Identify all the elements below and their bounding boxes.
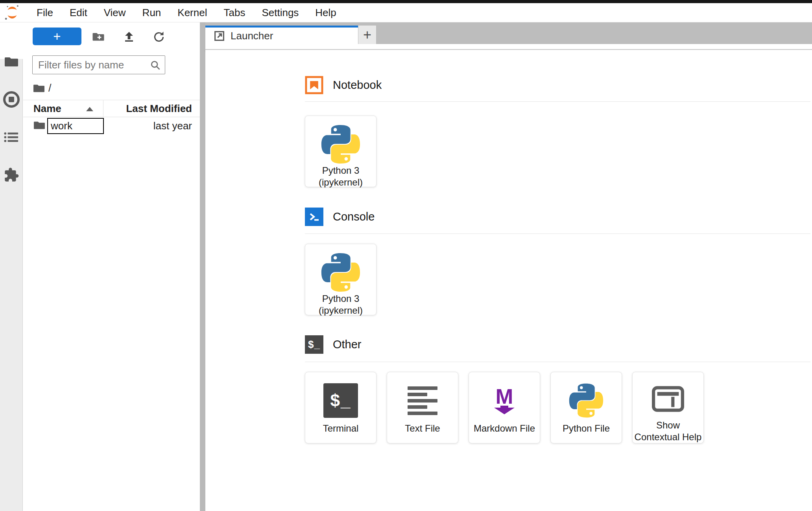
folder-icon (5, 56, 18, 67)
card-label: Python File (563, 423, 610, 434)
console-cards: Python 3 (ipykernel) (305, 244, 376, 315)
refresh-icon (153, 31, 165, 43)
tab-bar: Launcher + (205, 22, 812, 44)
terminal-icon: $_ (305, 335, 323, 354)
file-modified-value: last year (153, 120, 192, 132)
sidebar-item-file-browser[interactable] (0, 56, 22, 67)
card-label: Show Contextual Help (635, 419, 702, 443)
sidebar-item-toc[interactable] (0, 131, 22, 143)
new-launcher-button[interactable]: + (33, 28, 81, 45)
file-filter-input[interactable] (38, 56, 148, 74)
breadcrumb: / (33, 81, 52, 96)
notebook-cards: Python 3 (ipykernel) (305, 116, 376, 187)
menu-help[interactable]: Help (307, 3, 344, 22)
section-header-notebook: Notebook (305, 76, 382, 94)
add-tab-button[interactable]: + (358, 26, 376, 44)
breadcrumb-folder-icon[interactable] (33, 84, 44, 93)
menu-edit[interactable]: Edit (61, 3, 96, 22)
refresh-button[interactable] (152, 30, 166, 44)
contextual-help-icon (652, 382, 684, 415)
python-icon (569, 382, 603, 419)
main-dock-panel: Launcher + Notebook (205, 22, 812, 511)
window-top-strip (0, 0, 812, 3)
panel-splitter[interactable] (200, 22, 205, 511)
card-label: Python 3 (ipykernel) (319, 165, 363, 188)
card-label: Text File (405, 423, 440, 434)
active-sidebar-highlight (0, 22, 23, 59)
section-header-other: $_ Other (305, 335, 362, 354)
card-notebook-python3[interactable]: Python 3 (ipykernel) (305, 116, 376, 187)
text-file-icon (408, 386, 437, 415)
new-folder-icon (92, 31, 105, 43)
activity-bar (0, 22, 23, 511)
card-console-python3[interactable]: Python 3 (ipykernel) (305, 244, 376, 315)
menu-items: File Edit View Run Kernel Tabs Settings … (28, 3, 345, 22)
card-label: Python 3 (ipykernel) (319, 293, 363, 316)
sidebar-item-extensions[interactable] (0, 167, 22, 183)
terminal-icon: $_ (323, 383, 358, 418)
tab-label: Launcher (231, 30, 273, 42)
card-terminal[interactable]: $_ Terminal (305, 372, 376, 443)
sidebar-item-running[interactable] (0, 91, 22, 108)
card-python-file[interactable]: Python File (550, 372, 622, 443)
breadcrumb-root[interactable]: / (48, 82, 52, 94)
stop-circle-icon (3, 91, 20, 108)
menu-kernel[interactable]: Kernel (169, 3, 215, 22)
menu-tabs[interactable]: Tabs (215, 3, 253, 22)
launcher-panel: Notebook Python 3 (ipykernel) (205, 50, 812, 511)
file-filter-box (32, 55, 165, 74)
sort-ascending-icon[interactable] (86, 107, 93, 111)
menu-run[interactable]: Run (134, 3, 170, 22)
menu-file[interactable]: File (28, 3, 61, 22)
file-browser-panel: + / Name Last Modifi (23, 22, 200, 511)
column-divider (103, 100, 103, 117)
search-icon (150, 60, 161, 71)
section-title: Notebook (333, 79, 382, 92)
upload-button[interactable] (122, 30, 136, 44)
python-icon (321, 126, 360, 162)
puzzle-icon (4, 167, 19, 183)
column-header-modified[interactable]: Last Modified (126, 103, 192, 115)
tab-launcher[interactable]: Launcher (205, 26, 358, 44)
card-label: Markdown File (474, 423, 535, 434)
section-divider (305, 233, 810, 234)
jupyter-logo (4, 4, 20, 21)
menu-bar: File Edit View Run Kernel Tabs Settings … (0, 3, 812, 22)
menu-settings[interactable]: Settings (253, 3, 307, 22)
section-divider (305, 362, 810, 362)
section-divider (305, 101, 810, 102)
console-icon (305, 208, 323, 226)
card-show-contextual-help[interactable]: Show Contextual Help (632, 372, 704, 443)
column-header-name[interactable]: Name (33, 103, 61, 115)
menu-view[interactable]: View (96, 3, 134, 22)
card-text-file[interactable]: Text File (387, 372, 458, 443)
file-row-work[interactable]: work last year (23, 117, 200, 136)
rename-input[interactable]: work (47, 118, 104, 134)
upload-icon (123, 31, 135, 43)
folder-icon (34, 121, 45, 130)
file-list-header: Name Last Modified (23, 100, 200, 117)
notebook-icon (305, 76, 323, 94)
card-markdown-file[interactable]: M Markdown File (469, 372, 540, 443)
section-title: Console (333, 210, 375, 223)
section-title: Other (333, 338, 362, 351)
new-folder-button[interactable] (92, 30, 105, 44)
other-cards: $_ Terminal Text File (305, 372, 704, 443)
list-icon (4, 131, 19, 143)
launcher-tab-icon (214, 31, 225, 41)
markdown-file-icon: M (494, 387, 515, 414)
section-header-console: Console (305, 208, 375, 226)
card-label: Terminal (323, 423, 359, 434)
python-icon (321, 254, 360, 290)
